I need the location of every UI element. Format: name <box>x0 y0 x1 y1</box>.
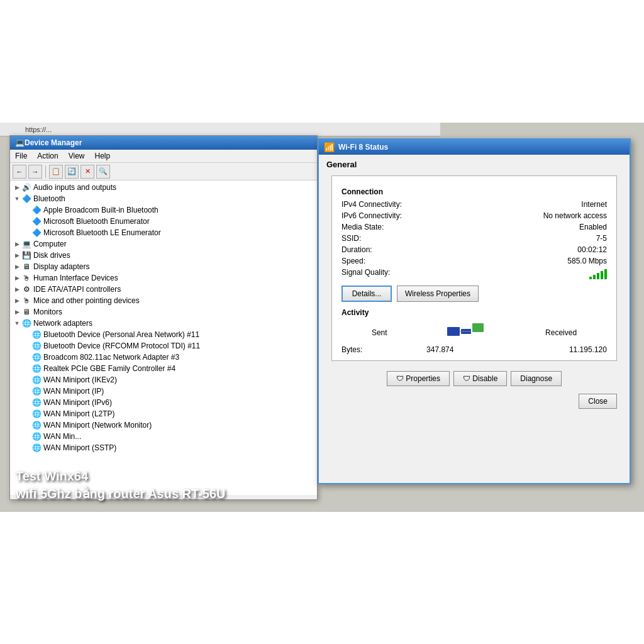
overlay-text: Test Winx64 wifi 5Ghz bằng router Asus R… <box>16 467 226 502</box>
item-label-net-wan-ipv6: WAN Miniport (IPv6) <box>43 398 112 407</box>
activity-title: Activity <box>341 308 607 317</box>
toolbar-forward[interactable]: → <box>28 165 42 179</box>
expand-icon: ▶ <box>13 285 21 294</box>
tree-item-monitors[interactable]: ▶🖥Monitors <box>10 306 317 318</box>
item-icon-disk: 💾 <box>21 250 31 260</box>
activity-section: Activity Sent Received Bytes: <box>341 308 607 354</box>
item-label-monitors: Monitors <box>33 308 62 316</box>
tree-item-audio[interactable]: ▶🔊Audio inputs and outputs <box>10 182 317 193</box>
tree-item-bluetooth[interactable]: ▼🔷Bluetooth <box>10 193 317 204</box>
leaf-icon <box>23 330 31 339</box>
tree-item-net-bt-rfcomm[interactable]: 🌐Bluetooth Device (RFCOMM Protocol TDI) … <box>10 340 317 352</box>
wifi-action-buttons: Details... Wireless Properties <box>341 286 607 302</box>
tree-item-computer[interactable]: ▶💻Computer <box>10 238 317 250</box>
sig-bar-1 <box>589 277 592 279</box>
item-label-bluetooth: Bluetooth <box>33 194 65 203</box>
item-label-ide: IDE ATA/ATAPI controllers <box>33 285 121 294</box>
tree-item-net-wan-l2tp[interactable]: 🌐WAN Miniport (L2TP) <box>10 408 317 419</box>
overlay-line1: Test Winx64 <box>16 467 226 485</box>
sig-bar-2 <box>593 275 596 279</box>
dm-tree[interactable]: ▶🔊Audio inputs and outputs▼🔷Bluetooth 🔷A… <box>10 180 317 495</box>
bytes-row: Bytes: 347.874 11.195.120 <box>341 345 607 354</box>
tree-item-net-broadcom[interactable]: 🌐Broadcom 802.11ac Network Adapter #3 <box>10 352 317 363</box>
item-label-net-wan-mini2: WAN Min... <box>43 432 81 441</box>
item-icon-net-wan-ipv6: 🌐 <box>31 397 42 408</box>
item-icon-ide: ⚙ <box>21 284 31 294</box>
tree-item-net-wan-ikev2[interactable]: 🌐WAN Miniport (IKEv2) <box>10 374 317 386</box>
tree-item-bt-ms-le[interactable]: 🔷Microsoft Bluetooth LE Enumerator <box>10 227 317 238</box>
disable-label: Disable <box>472 374 497 383</box>
tree-item-net-bt-pan[interactable]: 🌐Bluetooth Device (Personal Area Network… <box>10 329 317 340</box>
item-label-net-bt-rfcomm: Bluetooth Device (RFCOMM Protocol TDI) #… <box>43 341 200 350</box>
leaf-icon <box>23 341 31 350</box>
wifi-title-bar: 📶 Wi-Fi 8 Status <box>319 140 630 155</box>
toolbar-back[interactable]: ← <box>13 165 26 179</box>
tree-item-net-wan-ip[interactable]: 🌐WAN Miniport (IP) <box>10 386 317 397</box>
bytes-label: Bytes: <box>341 345 362 354</box>
item-icon-bt-ms-le: 🔷 <box>31 228 42 238</box>
menu-view[interactable]: View <box>67 151 86 161</box>
item-icon-net-wan-l2tp: 🌐 <box>31 409 42 419</box>
tree-item-bt-ms-enum[interactable]: 🔷Microsoft Bluetooth Enumerator <box>10 216 317 227</box>
tree-item-network[interactable]: ▼🌐Network adapters <box>10 318 317 329</box>
item-label-bt-ms-le: Microsoft Bluetooth LE Enumerator <box>43 228 161 237</box>
tree-item-net-wan-ipv6[interactable]: 🌐WAN Miniport (IPv6) <box>10 397 317 408</box>
tree-item-bt-apple[interactable]: 🔷Apple Broadcom Built-in Bluetooth <box>10 204 317 216</box>
svg-rect-2 <box>472 323 484 332</box>
leaf-icon <box>23 387 31 396</box>
item-label-net-broadcom: Broadcom 802.11ac Network Adapter #3 <box>43 353 179 362</box>
collapse-icon: ▼ <box>13 319 21 328</box>
wifi-media-row: Media State: Enabled <box>341 223 607 231</box>
tree-item-net-wan-mini2[interactable]: 🌐WAN Min... <box>10 431 317 442</box>
expand-icon: ▶ <box>13 183 21 192</box>
toolbar-scan[interactable]: 🔍 <box>96 165 110 179</box>
item-icon-display: 🖥 <box>21 262 31 272</box>
close-button[interactable]: Close <box>579 394 617 409</box>
leaf-icon <box>23 398 31 407</box>
toolbar-update[interactable]: 🔄 <box>65 165 79 179</box>
received-bytes: 11.195.120 <box>569 345 607 354</box>
menu-file[interactable]: File <box>14 151 28 161</box>
expand-icon: ▶ <box>13 251 21 260</box>
wireless-properties-button[interactable]: Wireless Properties <box>397 286 479 302</box>
diagnose-button[interactable]: Diagnose <box>511 371 562 386</box>
wifi-media-label: Media State: <box>341 223 384 231</box>
item-label-net-wan-netmon: WAN Miniport (Network Monitor) <box>43 421 152 430</box>
wifi-duration-row: Duration: 00:02:12 <box>341 245 607 254</box>
details-button[interactable]: Details... <box>341 286 392 302</box>
tree-item-display[interactable]: ▶🖥Display adapters <box>10 261 317 272</box>
tree-item-mice[interactable]: ▶🖱Mice and other pointing devices <box>10 295 317 306</box>
item-icon-bt-apple: 🔷 <box>31 205 42 215</box>
leaf-icon <box>23 228 31 237</box>
toolbar-props[interactable]: 📋 <box>49 165 63 179</box>
tree-item-net-wan-sstp[interactable]: 🌐WAN Miniport (SSTP) <box>10 442 317 453</box>
tree-item-hid[interactable]: ▶🖱Human Interface Devices <box>10 272 317 284</box>
item-label-disk: Disk drives <box>33 251 70 260</box>
signal-icon <box>589 268 607 279</box>
wifi-ipv4-value: Internet <box>581 200 607 209</box>
wifi-connection-label: Connection <box>341 187 607 196</box>
item-label-net-bt-pan: Bluetooth Device (Personal Area Network)… <box>43 330 199 339</box>
item-label-display: Display adapters <box>33 262 89 271</box>
properties-button[interactable]: 🛡 Properties <box>387 371 450 386</box>
toolbar-uninstall[interactable]: ✕ <box>80 165 94 179</box>
tree-item-ide[interactable]: ▶⚙IDE ATA/ATAPI controllers <box>10 284 317 295</box>
item-label-net-wan-ip: WAN Miniport (IP) <box>43 387 104 396</box>
tree-item-net-realtek[interactable]: 🌐Realtek PCIe GBE Family Controller #4 <box>10 363 317 374</box>
menu-help[interactable]: Help <box>94 151 112 161</box>
item-icon-net-wan-ikev2: 🌐 <box>31 375 42 385</box>
menu-action[interactable]: Action <box>36 151 59 161</box>
sent-label: Sent <box>372 328 387 337</box>
item-icon-mice: 🖱 <box>21 296 31 306</box>
tree-item-net-wan-netmon[interactable]: 🌐WAN Miniport (Network Monitor) <box>10 419 317 431</box>
tree-item-disk[interactable]: ▶💾Disk drives <box>10 250 317 261</box>
network-animation-icon <box>447 322 485 343</box>
leaf-icon <box>23 421 31 430</box>
disable-button[interactable]: 🛡 Disable <box>453 371 507 386</box>
leaf-icon <box>23 409 31 418</box>
expand-icon: ▶ <box>13 240 21 248</box>
leaf-icon <box>23 432 31 441</box>
sig-bar-5 <box>604 269 607 279</box>
item-label-net-wan-sstp: WAN Miniport (SSTP) <box>43 443 116 452</box>
wifi-title-text: Wi-Fi 8 Status <box>338 143 388 152</box>
